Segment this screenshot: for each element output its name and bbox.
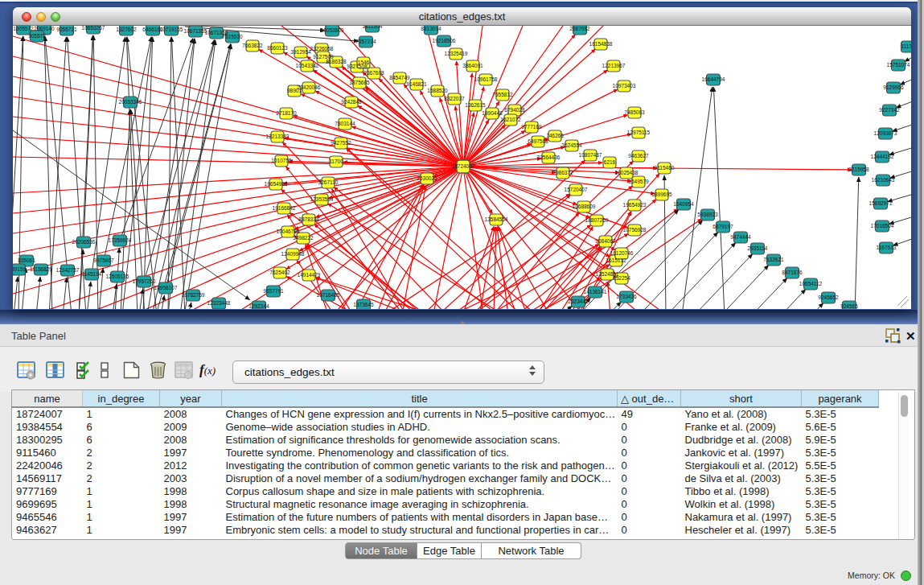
svg-text:14914479: 14914479 (298, 272, 321, 278)
svg-text:3624554: 3624554 (561, 142, 582, 148)
svg-text:3864091: 3864091 (462, 63, 483, 68)
svg-text:1549579: 1549579 (628, 179, 649, 184)
svg-text:9474444: 9474444 (730, 234, 751, 240)
svg-text:14136141: 14136141 (584, 289, 607, 295)
svg-text:10654112: 10654112 (799, 281, 823, 286)
svg-text:16154838: 16154838 (589, 41, 613, 47)
svg-text:20053346: 20053346 (119, 99, 142, 105)
svg-text:18724007: 18724007 (452, 163, 475, 169)
svg-text:17359924: 17359924 (109, 237, 132, 243)
svg-text:12325419: 12325419 (445, 51, 468, 56)
svg-text:16120746: 16120746 (610, 250, 634, 256)
svg-text:10961758: 10961758 (474, 76, 498, 82)
svg-text:2367608: 2367608 (363, 70, 384, 76)
svg-text:98901: 98901 (287, 88, 302, 93)
svg-text:11700: 11700 (329, 159, 343, 164)
svg-text:7485063: 7485063 (624, 109, 645, 115)
svg-text:2323448: 2323448 (568, 299, 589, 304)
svg-text:2530025: 2530025 (417, 175, 437, 181)
svg-text:15720407: 15720407 (565, 187, 588, 192)
svg-text:9227342: 9227342 (879, 107, 900, 113)
svg-text:1905572: 1905572 (13, 26, 34, 31)
svg-text:16644794: 16644794 (702, 76, 725, 82)
svg-text:1327602: 1327602 (116, 27, 137, 32)
svg-text:3912954: 3912954 (290, 49, 311, 55)
svg-text:6879197: 6879197 (713, 224, 733, 229)
svg-text:905572: 905572 (28, 33, 46, 39)
svg-text:3215958: 3215958 (848, 167, 869, 172)
svg-text:12093873: 12093873 (874, 130, 897, 136)
svg-text:8186328: 8186328 (326, 59, 347, 64)
svg-text:19654923: 19654923 (623, 202, 647, 208)
svg-text:1621072: 1621072 (500, 117, 521, 122)
svg-text:1167533: 1167533 (877, 245, 897, 250)
svg-text:1373645: 1373645 (353, 302, 374, 307)
svg-text:8454749: 8454749 (389, 75, 410, 80)
svg-text:16210643: 16210643 (872, 177, 895, 183)
svg-text:19654985: 19654985 (265, 181, 288, 187)
svg-text:10958107: 10958107 (154, 285, 178, 290)
svg-text:7515520: 7515520 (222, 34, 243, 39)
svg-text:19166842: 19166842 (273, 205, 296, 211)
svg-text:7986372: 7986372 (552, 170, 573, 175)
svg-text:9463627: 9463627 (628, 153, 649, 159)
svg-text:10807487: 10807487 (579, 152, 602, 158)
svg-text:8322037: 8322037 (444, 96, 465, 101)
svg-text:7955812: 7955812 (492, 92, 513, 97)
svg-text:1733426: 1733426 (616, 294, 637, 299)
svg-text:3811304: 3811304 (363, 26, 383, 29)
svg-text:17016504: 17016504 (871, 223, 894, 229)
svg-text:3875685: 3875685 (349, 80, 370, 85)
svg-text:8813014: 8813014 (421, 26, 441, 31)
svg-text:2069140: 2069140 (34, 26, 55, 31)
svg-text:12213967: 12213967 (602, 63, 626, 68)
svg-text:9055721: 9055721 (56, 27, 77, 32)
svg-text:1588520: 1588520 (427, 88, 448, 93)
svg-text:10756928: 10756928 (623, 227, 647, 233)
svg-text:13584554: 13584554 (485, 216, 508, 222)
svg-text:8660123: 8660123 (267, 45, 288, 51)
svg-text:7625402: 7625402 (269, 270, 290, 275)
svg-text:9129966: 9129966 (883, 84, 904, 90)
svg-text:3267110: 3267110 (318, 179, 339, 185)
svg-text:6497568: 6497568 (528, 138, 548, 144)
svg-text:15692971: 15692971 (869, 200, 893, 206)
svg-text:17957253: 17957253 (133, 278, 156, 284)
svg-text:10046786: 10046786 (277, 229, 300, 234)
svg-text:9242848: 9242848 (341, 99, 362, 105)
svg-text:10653267: 10653267 (82, 26, 105, 31)
svg-text:1990448: 1990448 (482, 110, 503, 116)
svg-text:6794028: 6794028 (504, 107, 525, 113)
svg-text:1615132: 1615132 (606, 257, 626, 263)
svg-text:1010755: 1010755 (271, 158, 292, 163)
svg-text:2935114: 2935114 (748, 245, 768, 251)
svg-text:12409948: 12409948 (281, 251, 305, 257)
svg-text:2687682: 2687682 (569, 26, 590, 31)
svg-text:10053809: 10053809 (321, 27, 344, 33)
svg-text:12444192: 12444192 (871, 154, 894, 159)
svg-text:10543342: 10543342 (296, 63, 319, 68)
svg-text:746266: 746266 (546, 133, 564, 138)
svg-text:10973403: 10973403 (613, 83, 636, 89)
svg-text:9975867: 9975867 (93, 257, 114, 263)
svg-text:6899695: 6899695 (651, 192, 672, 197)
svg-text:12342757: 12342757 (56, 267, 80, 273)
svg-text:9657791: 9657791 (263, 288, 284, 294)
svg-text:924565: 924565 (840, 303, 858, 309)
svg-text:23226058: 23226058 (310, 46, 334, 51)
svg-text:1640954: 1640954 (673, 201, 694, 207)
svg-text:1292344: 1292344 (248, 303, 269, 309)
svg-text:12213383: 12213383 (266, 134, 290, 139)
svg-text:12505135: 12505135 (106, 274, 129, 279)
svg-text:2718170: 2718170 (276, 110, 297, 116)
svg-text:5938923: 5938923 (697, 212, 718, 217)
svg-text:6216: 6216 (604, 159, 616, 165)
svg-text:20206536: 20206536 (72, 239, 96, 245)
svg-text:13716485: 13716485 (317, 292, 340, 298)
svg-text:10671355: 10671355 (184, 28, 207, 34)
svg-text:11156829: 11156829 (30, 266, 52, 272)
svg-text:9084067: 9084067 (595, 238, 616, 244)
svg-text:12975115: 12975115 (627, 130, 651, 135)
svg-text:9146821: 9146821 (406, 81, 427, 87)
svg-text:9245652: 9245652 (818, 295, 839, 300)
